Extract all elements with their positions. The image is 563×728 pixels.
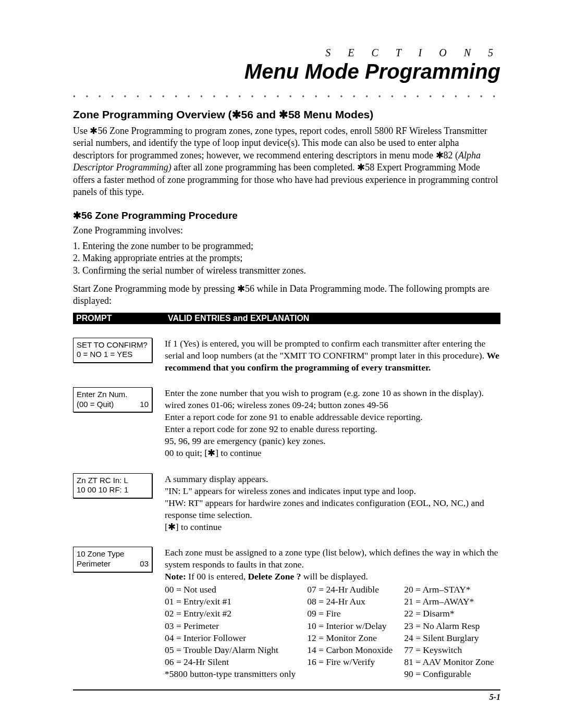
lcd-line2: 10 00 10 RF: 1 [77,485,149,495]
table-header: PROMPT VALID ENTRIES and EXPLANATION [73,313,500,324]
prompt-row: Zn ZT RC In: L 10 00 10 RF: 1 A summary … [73,473,500,533]
prompt-cell: 10 Zone Type Perimeter 03 [73,547,165,572]
overview-paragraph: Use ✱56 Zone Programming to program zone… [73,125,500,198]
overview-text-a: Use ✱56 Zone Programming to program zone… [73,126,487,161]
lcd-display: 10 Zone Type Perimeter 03 [73,547,152,572]
page-title: Menu Mode Programming [73,60,500,83]
explanation-cell: Each zone must be assigned to a zone typ… [165,547,500,680]
prompt-cell: SET TO CONFIRM? 0 = NO 1 = YES [73,338,165,363]
prompt-row: Enter Zn Num. (00 = Quit) 10 Enter the z… [73,387,500,460]
prompt-row: SET TO CONFIRM? 0 = NO 1 = YES If 1 (Yes… [73,338,500,374]
lcd-line1: SET TO CONFIRM? [77,340,149,350]
lcd-line2: (00 = Quit) 10 [77,400,149,410]
explanation-cell: Enter the zone number that you wish to p… [165,387,500,460]
lcd-display: Zn ZT RC In: L 10 00 10 RF: 1 [73,473,152,499]
procedure-start: Start Zone Programming mode by pressing … [73,283,500,307]
procedure-step-2: 2. Making appropriate entries at the pro… [73,252,500,264]
section-label: S E C T I O N 5 [73,47,500,59]
th-valid: VALID ENTRIES and EXPLANATION [165,313,500,324]
page-number: 5-1 [73,693,500,702]
zone-type-col3: 20 = Arm–STAY* 21 = Arm–AWAY* 22 = Disar… [404,584,494,680]
footer-rule [73,689,500,690]
lcd-line2: 0 = NO 1 = YES [77,350,149,360]
lcd-display: Enter Zn Num. (00 = Quit) 10 [73,387,152,413]
explanation-cell: If 1 (Yes) is entered, you will be promp… [165,338,500,374]
procedure-step-3: 3. Confirming the serial number of wirel… [73,265,500,277]
zone-type-list: 00 = Not used 01 = Entry/exit #1 02 = En… [165,584,500,680]
lcd-line2: Perimeter 03 [77,559,149,569]
th-prompt: PROMPT [73,313,165,324]
zone-type-col2: 07 = 24-Hr Audible 08 = 24-Hr Aux 09 = F… [307,584,393,680]
lcd-display: SET TO CONFIRM? 0 = NO 1 = YES [73,338,152,363]
explanation-cell: A summary display appears. "IN: L" appea… [165,473,500,533]
prompt-cell: Zn ZT RC In: L 10 00 10 RF: 1 [73,473,165,499]
lcd-line1: Enter Zn Num. [77,390,149,400]
lcd-line1: Zn ZT RC In: L [77,476,149,486]
heading-overview: Zone Programming Overview (✱56 and ✱58 M… [73,108,500,121]
prompt-cell: Enter Zn Num. (00 = Quit) 10 [73,387,165,413]
lcd-line1: 10 Zone Type [77,549,149,559]
zone-type-col1: 00 = Not used 01 = Entry/exit #1 02 = En… [165,584,296,680]
procedure-step-1: 1. Entering the zone number to be progra… [73,240,500,252]
procedure-intro: Zone Programming involves: [73,225,500,237]
prompt-row: 10 Zone Type Perimeter 03 Each zone must… [73,547,500,680]
page-footer: 5-1 [73,689,500,702]
page: S E C T I O N 5 Menu Mode Programming • … [0,0,563,728]
heading-procedure: ✱56 Zone Programming Procedure [73,209,500,221]
divider-dots: • • • • • • • • • • • • • • • • • • • • … [73,93,500,101]
